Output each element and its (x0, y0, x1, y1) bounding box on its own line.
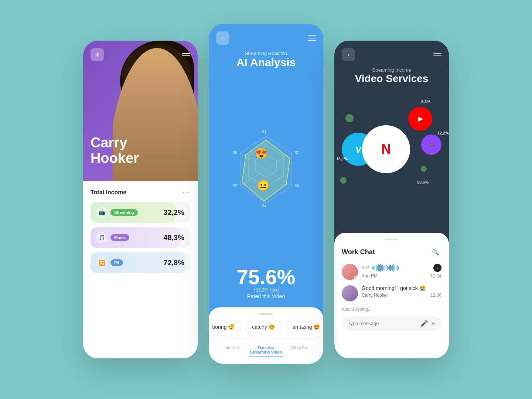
phone2-subtitle: Streaming Reaction (216, 51, 316, 56)
neutral-emoji: 😐 (257, 180, 270, 192)
dot-3 (340, 177, 347, 184)
menu-icon-2[interactable] (308, 35, 316, 41)
bottom-tabs: he Host Rate the Streaming Video What En (216, 339, 316, 357)
music-tag: Music (110, 234, 129, 241)
svg-text:03: 03 (295, 184, 299, 188)
snowflake-button[interactable]: ✳ (91, 48, 104, 61)
pa-tag: PA (110, 259, 123, 266)
svg-text:06: 06 (233, 150, 237, 155)
chat-input[interactable] (348, 321, 417, 326)
svg-text:02: 02 (295, 150, 299, 155)
svg-text:05: 05 (233, 184, 237, 188)
pa-icon: 🔀 (96, 258, 107, 268)
tab-what[interactable]: What En (283, 344, 316, 357)
pa-pct: 72,8% (163, 259, 184, 267)
vimeo-pct: 16,1% (336, 157, 348, 161)
streaming-tag: Streaming (110, 209, 138, 216)
svg-text:01: 01 (262, 130, 266, 134)
netflix-bubble: N (362, 125, 410, 173)
liked-sub: +12,2% liked (216, 287, 316, 293)
reaction-tags: boring 😴 catchy 😊 amazing 😍 (216, 321, 316, 333)
streaming-icon: 📺 (96, 207, 107, 218)
netflix-pct: 58,6% (417, 180, 429, 184)
sender-ann: Ann PM (362, 273, 378, 279)
phone-video-services: ‹ Streaming Income Video Services v 16,1… (334, 41, 449, 358)
twitch-pct: 12,2% (437, 131, 449, 135)
income-row-pa: 🔀 PA 72,8% (91, 252, 190, 273)
audio-wave (372, 264, 430, 272)
music-pct: 48,3% (163, 233, 184, 242)
tab-host[interactable]: he Host (216, 344, 249, 357)
chat-message-2: Good morning! I got sick 😭 Carry Hooker … (342, 285, 441, 301)
dot-2 (421, 166, 427, 172)
income-row-streaming: 📺 Streaming 32,2% (91, 202, 190, 223)
phone-income: ✳ CarryHooker Total Income ··· 📺 Streami… (83, 41, 198, 358)
phone3-subtitle: Streaming Income (342, 67, 441, 73)
drag-handle (259, 313, 273, 315)
tab-rate[interactable]: Rate the Streaming Video (249, 344, 283, 357)
phone-ai-analysis: ‹ Streaming Reaction AI Analysis (209, 24, 323, 364)
bubbles-chart: v 16,1% N 58,6% ▶ 8,3% 🎮 12,2% (334, 92, 449, 203)
rated-label: Rated this Video (216, 293, 316, 299)
phone2-title: AI Analysis (216, 56, 316, 69)
drag-handle-3 (385, 239, 398, 240)
youtube-bubble: ▶ (408, 107, 432, 131)
chat-search-icon[interactable]: 🔍 (430, 246, 441, 258)
more-options[interactable]: ··· (183, 188, 190, 196)
msg1-time: 3:15 (362, 266, 369, 270)
love-emoji: 😍 (255, 147, 268, 160)
person-name: CarryHooker (91, 135, 139, 166)
menu-icon[interactable] (182, 53, 190, 56)
msg1-time-label: 12:34 (430, 273, 441, 279)
income-title: Total Income (91, 189, 127, 196)
analysis-percent: 75.6% (216, 267, 316, 287)
msg2-time: 12:36 (430, 293, 441, 298)
svg-text:04: 04 (262, 204, 266, 208)
radar-chart: 01 02 03 04 05 06 😍 😐 (222, 125, 310, 214)
phone3-title: Video Services (342, 73, 441, 85)
back-button-3[interactable]: ‹ (342, 48, 355, 61)
send-icon[interactable]: ➤ (431, 320, 436, 327)
pause-button[interactable]: ⏸ (433, 264, 441, 272)
sender-carry: Carry Hooker (362, 293, 388, 298)
reaction-amazing[interactable]: amazing 😍 (286, 321, 323, 333)
youtube-pct: 8,3% (421, 99, 430, 104)
mic-icon[interactable]: 🎤 (420, 320, 428, 327)
dot-1 (345, 114, 354, 122)
twitch-bubble: 🎮 (421, 134, 441, 155)
back-button[interactable]: ‹ (216, 31, 229, 45)
avatar-carry (342, 285, 358, 301)
reaction-catchy[interactable]: catchy 😊 (245, 321, 282, 333)
menu-icon-3[interactable] (433, 53, 441, 56)
streaming-pct: 32,2% (163, 208, 184, 217)
msg2-text: Good morning! I got sick 😭 (362, 285, 441, 291)
income-row-music: 🎵 Music 48,3% (91, 227, 190, 248)
avatar-ann (342, 264, 358, 280)
chat-title: Work Chat (342, 248, 375, 256)
music-icon: 🎵 (96, 232, 107, 243)
reaction-boring[interactable]: boring 😴 (209, 321, 241, 333)
chat-message-1: 3:15 (342, 264, 441, 280)
chat-input-row: 🎤 ➤ (342, 316, 441, 331)
typing-indicator: Alex is typing... (342, 307, 441, 312)
